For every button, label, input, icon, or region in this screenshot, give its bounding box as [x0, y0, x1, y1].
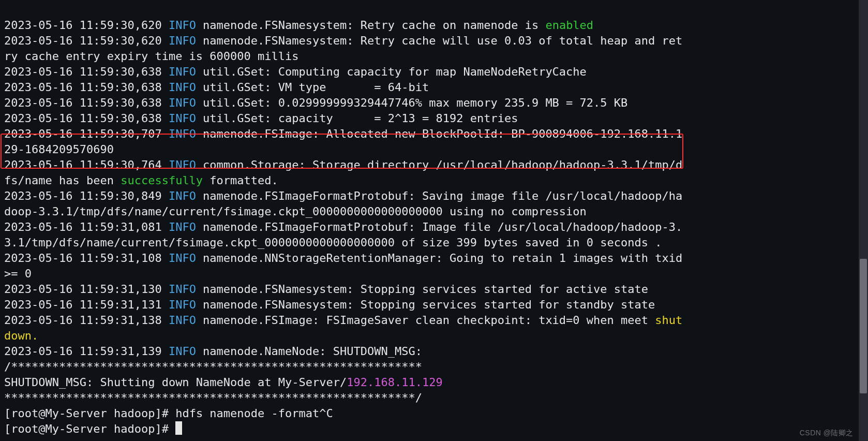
log-line: 2023-05-16 11:59:31,131 INFO namenode.FS… [4, 298, 655, 311]
scrollbar-thumb[interactable] [860, 259, 867, 393]
log-line: 2023-05-16 11:59:31,081 INFO namenode.FS… [4, 220, 682, 249]
log-line: 2023-05-16 11:59:30,638 INFO util.GSet: … [4, 65, 587, 78]
log-line: 2023-05-16 11:59:30,638 INFO util.GSet: … [4, 112, 518, 125]
shell-prompt[interactable]: [root@My-Server hadoop]# [4, 422, 182, 435]
log-line: 2023-05-16 11:59:30,638 INFO util.GSet: … [4, 81, 429, 94]
log-line: 2023-05-16 11:59:30,707 INFO namenode.FS… [4, 127, 682, 156]
terminal-output[interactable]: 2023-05-16 11:59:30,620 INFO namenode.FS… [0, 0, 691, 441]
log-line: 2023-05-16 11:59:31,130 INFO namenode.FS… [4, 283, 648, 296]
scrollbar-track[interactable] [859, 0, 868, 441]
log-line: 2023-05-16 11:59:30,620 INFO namenode.FS… [4, 34, 682, 63]
log-line-highlighted: 2023-05-16 11:59:30,764 INFO common.Stor… [4, 158, 682, 187]
log-line: 2023-05-16 11:59:30,849 INFO namenode.FS… [4, 189, 682, 218]
cursor-icon [175, 421, 182, 435]
log-line: ****************************************… [4, 391, 422, 404]
watermark: CSDN @陆卿之 [800, 429, 854, 438]
log-line: 2023-05-16 11:59:31,138 INFO namenode.FS… [4, 314, 682, 342]
log-line: 2023-05-16 11:59:31,108 INFO namenode.NN… [4, 252, 690, 280]
log-line: 2023-05-16 11:59:30,620 INFO namenode.FS… [4, 19, 593, 32]
log-line: SHUTDOWN_MSG: Shutting down NameNode at … [4, 376, 443, 389]
log-line: /***************************************… [4, 360, 422, 373]
log-line: 2023-05-16 11:59:31,139 INFO namenode.Na… [4, 345, 422, 358]
shell-prompt: [root@My-Server hadoop]# hdfs namenode -… [4, 407, 333, 420]
log-line: 2023-05-16 11:59:30,638 INFO util.GSet: … [4, 96, 627, 109]
